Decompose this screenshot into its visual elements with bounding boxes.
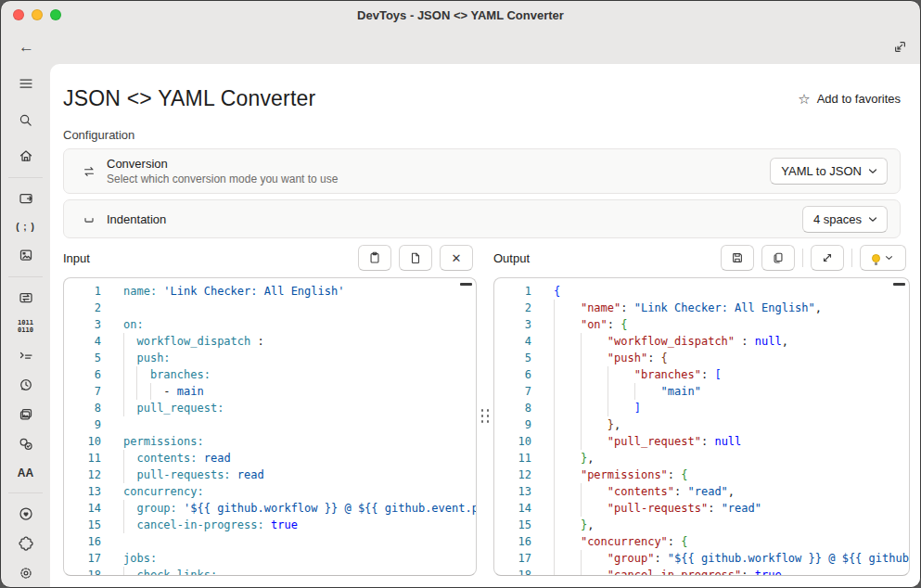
output-pane: Output: [493, 244, 910, 576]
file-icon: [409, 251, 422, 264]
sidebar-item-text-tools[interactable]: AA: [10, 466, 42, 480]
code-line: 13 "contents": "read",: [494, 483, 909, 500]
prompt-lines-icon: [18, 347, 34, 364]
indent-guide: [123, 383, 124, 400]
code-line: 3 "on": {: [494, 316, 909, 333]
image-text-icon: [18, 247, 34, 263]
code-line: 17jobs:: [64, 550, 476, 567]
indent-guide: [136, 383, 137, 400]
line-number: 7: [64, 383, 101, 400]
line-number: 17: [64, 550, 101, 567]
back-button[interactable]: ←: [19, 39, 34, 55]
line-number: 15: [494, 517, 531, 533]
indent-guide: [554, 416, 555, 433]
sidebar-item-recent-encoder[interactable]: ( ; ): [10, 220, 42, 235]
indent-guide: [581, 416, 582, 433]
indent-guide: [554, 433, 555, 450]
close-icon: ✕: [452, 252, 462, 264]
code-line: 12 "permissions": {: [494, 467, 909, 483]
indent-guide: [123, 400, 124, 416]
double-check-icon: [18, 436, 34, 453]
sidebar-item-recent-formatter[interactable]: [10, 247, 42, 263]
indentation-title: Indentation: [107, 212, 802, 226]
code-line: 2: [64, 300, 476, 316]
smart-detection-button[interactable]: [860, 245, 906, 271]
window-title: DevToys - JSON <> YAML Converter: [1, 8, 920, 22]
line-number: 16: [64, 533, 101, 550]
toolbar-divider: [802, 249, 803, 267]
code-line: 7 - main: [64, 383, 476, 400]
code-line: 14 "pull-requests": "read": [494, 500, 909, 517]
line-number: 8: [494, 400, 531, 416]
code-line: 10 "pull_request": null: [494, 433, 909, 450]
line-number: 3: [64, 316, 101, 333]
letters-icon: AA: [18, 467, 33, 479]
indent-guide: [581, 550, 582, 567]
line-number: 18: [494, 567, 531, 576]
settings-button[interactable]: [10, 565, 42, 582]
card-swap-icon: [18, 289, 34, 306]
line-number: 6: [64, 366, 101, 383]
star-icon: ☆: [798, 92, 810, 106]
sidebar-item-encoders-decoders[interactable]: 10110110: [10, 319, 42, 334]
indent-guide: [554, 483, 555, 500]
input-editor[interactable]: 1name: 'Link Checker: All English'23on:4…: [63, 277, 477, 576]
sidebar-item-recent-converter[interactable]: [10, 190, 42, 207]
conversion-mode-select[interactable]: YAML to JSON: [770, 158, 888, 185]
indent-guide: [554, 500, 555, 517]
home-button[interactable]: [10, 147, 42, 164]
indent-guide: [150, 383, 151, 400]
line-number: 10: [494, 433, 531, 450]
search-button[interactable]: [10, 112, 42, 128]
line-number: 4: [494, 333, 531, 350]
sidebar-item-testers[interactable]: [10, 436, 42, 453]
search-icon: [18, 112, 33, 128]
indentation-setting-card: Indentation 4 spaces: [63, 199, 901, 238]
menu-button[interactable]: [10, 75, 42, 92]
indent-guide: [608, 383, 608, 400]
code-line: 9: [64, 416, 476, 433]
configuration-section-label: Configuration: [63, 128, 901, 142]
sidebar-item-converters[interactable]: [10, 289, 42, 306]
extensions-button[interactable]: [10, 535, 42, 552]
line-number: 11: [64, 450, 101, 467]
indent-guide: [581, 567, 582, 576]
output-editor[interactable]: 1{2 "name": "Link Checker: All English",…: [493, 277, 910, 576]
save-button[interactable]: [721, 245, 754, 271]
chevron-down-icon: [885, 255, 893, 261]
code-line: 10permissions:: [64, 433, 476, 450]
indent-guide: [554, 550, 555, 567]
resize-handle[interactable]: [481, 409, 490, 429]
compact-overlay-button[interactable]: [893, 40, 907, 54]
clear-button[interactable]: ✕: [440, 245, 473, 271]
open-file-button[interactable]: [399, 245, 432, 271]
line-number: 2: [64, 300, 101, 316]
sidebar-item-formatters[interactable]: [10, 347, 42, 364]
line-number: 18: [64, 567, 101, 576]
line-number: 4: [64, 333, 101, 350]
sidebar-item-generators[interactable]: [10, 377, 42, 393]
input-label: Input: [63, 251, 90, 265]
line-number: 3: [494, 316, 531, 333]
indent-guide: [581, 350, 582, 366]
indent-guide: [123, 350, 124, 366]
indent-guide: [123, 467, 124, 483]
sponsor-button[interactable]: [10, 505, 42, 522]
expand-button[interactable]: [811, 245, 844, 271]
indent-guide: [581, 433, 582, 450]
code-line: 1{: [494, 283, 909, 300]
code-line: 6 "branches": [: [494, 366, 909, 383]
sidebar-item-graphic[interactable]: [10, 406, 42, 423]
code-line: 11 contents: read: [64, 450, 476, 467]
indent-guide: [608, 400, 608, 416]
toolbar-divider: [851, 249, 852, 267]
conversion-mode-value: YAML to JSON: [781, 164, 862, 178]
code-line: 2 "name": "Link Checker: All English",: [494, 300, 909, 316]
copy-button[interactable]: [761, 245, 795, 271]
indent-guide: [554, 366, 555, 383]
add-to-favorites-button[interactable]: ☆ Add to favorites: [798, 92, 901, 106]
paste-button[interactable]: [358, 245, 391, 271]
indent-guide: [608, 366, 608, 383]
back-arrow-icon: ←: [19, 39, 34, 55]
indentation-select[interactable]: 4 spaces: [802, 206, 888, 233]
